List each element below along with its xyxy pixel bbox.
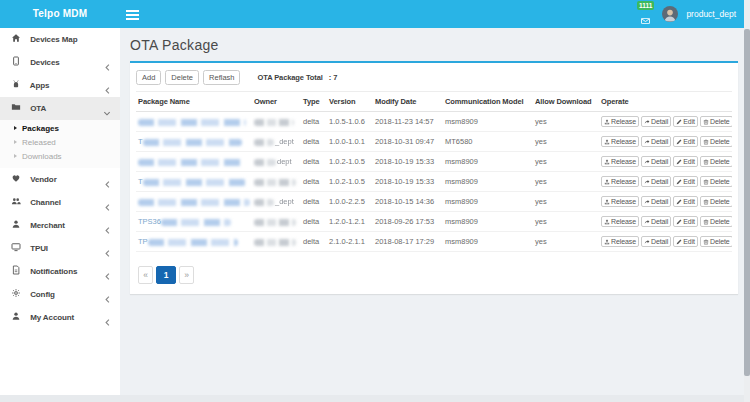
detail-button[interactable]: Detail — [641, 156, 671, 167]
delete-row-button[interactable]: Delete — [700, 216, 732, 227]
chevron-left-icon — [104, 313, 111, 336]
edit-button[interactable]: Edit — [673, 136, 698, 147]
release-button[interactable]: Release — [601, 156, 639, 167]
redacted-owner — [254, 179, 296, 186]
user-icon — [11, 307, 22, 330]
col-allow-download: Allow Download — [533, 92, 599, 112]
ota-submenu: Packages Released Downloads — [0, 120, 120, 168]
detail-button[interactable]: Detail — [641, 216, 671, 227]
delete-row-button[interactable]: Delete — [700, 136, 732, 147]
type-cell: delta — [301, 212, 327, 232]
type-cell: delta — [301, 192, 327, 212]
table-row[interactable]: T _dept delta 1.0.0-1.0.1 2018-10-31 09:… — [136, 132, 732, 152]
redacted-owner — [254, 119, 294, 126]
operate-cell: ReleaseDetailEditDelete — [599, 212, 732, 232]
main-content: OTA Package Add Delete Reflash OTA Packa… — [120, 28, 744, 402]
sidebar-item-devices-map[interactable]: Devices Map — [0, 28, 120, 51]
version-cell: 1.2.0-1.2.1 — [327, 212, 373, 232]
envelope-icon — [641, 10, 650, 28]
delete-row-button[interactable]: Delete — [700, 176, 732, 187]
redacted-package-name — [148, 239, 238, 246]
release-button[interactable]: Release — [601, 116, 639, 127]
messages-indicator[interactable]: 1111 — [637, 1, 654, 28]
sidebar-toggle-icon[interactable] — [126, 10, 140, 21]
table-row[interactable]: TP delta 2.1.0-2.1.1 2018-08-17 17:29 ms… — [136, 232, 732, 252]
release-button[interactable]: Release — [601, 216, 639, 227]
version-cell: 1.0.5-1.0.6 — [327, 112, 373, 132]
table-row[interactable]: TPS36 delta 1.2.0-1.2.1 2018-09-26 17:53… — [136, 212, 732, 232]
message-count-badge: 1111 — [637, 1, 654, 10]
operate-cell: ReleaseDetailEditDelete — [599, 172, 732, 192]
delete-row-button[interactable]: Delete — [700, 196, 732, 207]
edit-button[interactable]: Edit — [673, 156, 698, 167]
package-name: TP — [138, 237, 148, 246]
table-row[interactable]: _dept delta 1.0.0-2.2.5 2018-10-15 14:36… — [136, 192, 732, 212]
prev-page-button[interactable]: « — [138, 266, 153, 284]
delete-row-button[interactable]: Delete — [700, 116, 732, 127]
release-button[interactable]: Release — [601, 236, 639, 247]
sidebar-item-config[interactable]: Config — [0, 283, 120, 306]
vertical-scrollbar-thumb[interactable] — [744, 29, 750, 376]
page-1-button[interactable]: 1 — [156, 266, 176, 284]
type-cell: delta — [301, 152, 327, 172]
detail-button[interactable]: Detail — [641, 236, 671, 247]
horizontal-scrollbar-track[interactable] — [0, 395, 744, 402]
total-count-label: OTA Package Total: 7 — [257, 73, 337, 82]
detail-button[interactable]: Detail — [641, 136, 671, 147]
redacted-package-name — [138, 159, 244, 166]
user-icon — [11, 215, 22, 238]
add-button[interactable]: Add — [136, 70, 161, 85]
version-cell: 1.0.0-1.0.1 — [327, 132, 373, 152]
sidebar-item-channel[interactable]: Channel — [0, 191, 120, 214]
table-row[interactable]: T delta 1.0.2-1.0.5 2018-10-19 15:33 msm… — [136, 172, 732, 192]
sidebar-item-apps[interactable]: Apps — [0, 74, 120, 97]
sidebar-item-notifications[interactable]: Notifications — [0, 260, 120, 283]
type-cell: delta — [301, 172, 327, 192]
reflash-button[interactable]: Reflash — [203, 70, 240, 85]
delete-row-button[interactable]: Delete — [700, 156, 732, 167]
modify-date-cell: 2018-10-19 15:33 — [373, 172, 443, 192]
col-package-name: Package Name — [136, 92, 252, 112]
package-name: T — [138, 137, 143, 146]
edit-button[interactable]: Edit — [673, 116, 698, 127]
sidebar-item-tpui[interactable]: TPUI — [0, 237, 120, 260]
table-row[interactable]: delta 1.0.5-1.0.6 2018-11-23 14:57 msm89… — [136, 112, 732, 132]
next-page-button[interactable]: » — [179, 266, 194, 284]
user-avatar[interactable] — [662, 6, 678, 22]
edit-button[interactable]: Edit — [673, 176, 698, 187]
edit-button[interactable]: Edit — [673, 216, 698, 227]
sidebar-item-downloads[interactable]: Downloads — [0, 150, 120, 164]
release-button[interactable]: Release — [601, 176, 639, 187]
redacted-owner — [254, 219, 296, 226]
version-cell: 1.0.0-2.2.5 — [327, 192, 373, 212]
detail-button[interactable]: Detail — [641, 176, 671, 187]
edit-button[interactable]: Edit — [673, 196, 698, 207]
detail-button[interactable]: Detail — [641, 116, 671, 127]
monitor-icon — [11, 238, 22, 261]
col-version: Version — [327, 92, 373, 112]
table-row[interactable]: dept delta 1.0.2-1.0.5 2018-10-19 15:33 … — [136, 152, 732, 172]
sidebar-item-ota[interactable]: OTA — [0, 97, 120, 120]
folder-icon — [11, 98, 22, 121]
model-cell: msm8909 — [443, 112, 533, 132]
sidebar-item-released[interactable]: Released — [0, 136, 120, 150]
delete-row-button[interactable]: Delete — [700, 236, 732, 247]
delete-button[interactable]: Delete — [165, 70, 199, 85]
modify-date-cell: 2018-10-31 09:47 — [373, 132, 443, 152]
current-user-label[interactable]: product_dept — [686, 9, 736, 19]
redacted-package-name — [138, 199, 250, 206]
brand-logo[interactable]: Telpo MDM — [0, 0, 120, 28]
model-cell: MT6580 — [443, 132, 533, 152]
sidebar-item-my-account[interactable]: My Account — [0, 306, 120, 329]
release-button[interactable]: Release — [601, 196, 639, 207]
sidebar-item-packages[interactable]: Packages — [0, 122, 120, 136]
release-button[interactable]: Release — [601, 136, 639, 147]
package-name: TPS36 — [138, 217, 161, 226]
modify-date-cell: 2018-11-23 14:57 — [373, 112, 443, 132]
edit-button[interactable]: Edit — [673, 236, 698, 247]
detail-button[interactable]: Detail — [641, 196, 671, 207]
vertical-scrollbar-track[interactable] — [744, 0, 750, 402]
sidebar-item-vendor[interactable]: Vendor — [0, 168, 120, 191]
sidebar-item-merchant[interactable]: Merchant — [0, 214, 120, 237]
sidebar-item-devices[interactable]: Devices — [0, 51, 120, 74]
